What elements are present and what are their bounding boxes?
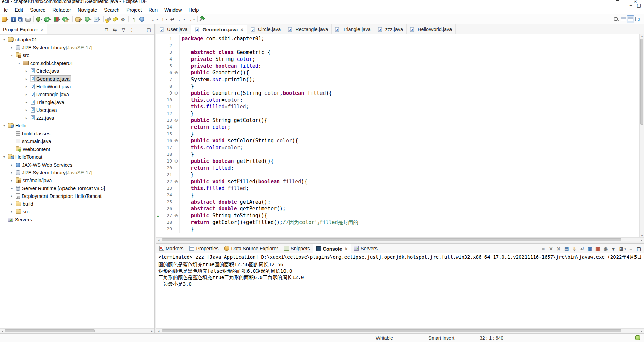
remove-launch-button[interactable]: ✕ (547, 245, 555, 253)
expand-arrow-icon[interactable]: ▸ (9, 46, 15, 49)
menu-file[interactable]: le (1, 6, 11, 14)
maximize-editor-button[interactable]: ▢ (635, 1, 643, 10)
menu-search[interactable]: Search (100, 6, 123, 14)
code-line[interactable]: 6⊖ public Geometric(){ (156, 69, 639, 76)
tree-item-geometric-java[interactable]: ▸Geometric.java (0, 75, 154, 83)
expand-arrow-icon[interactable]: ▸ (9, 202, 15, 206)
expand-arrow-icon[interactable]: ▸ (24, 100, 30, 104)
code-line[interactable]: 23 this.filled=filled; (156, 185, 639, 192)
panel-tab-markers[interactable]: Markers (156, 244, 186, 253)
minimize-window-button[interactable]: — (591, 0, 609, 5)
expand-arrow-icon[interactable]: ▸ (24, 108, 30, 112)
fold-collapse-icon[interactable]: ⊖ (173, 137, 180, 144)
dropdown-arrow-icon[interactable]: ▾ (193, 18, 195, 21)
collapse-arrow-icon[interactable]: ▾ (1, 124, 7, 127)
dropdown-arrow-icon[interactable]: ▾ (90, 18, 92, 21)
scroll-left-icon[interactable]: ◂ (0, 329, 5, 333)
view-menu-button[interactable]: ⋮ (128, 25, 136, 34)
maximize-panel-button[interactable]: ▢ (635, 245, 643, 253)
maximize-view-button[interactable]: ▢ (145, 25, 153, 34)
menu-edit[interactable]: Edit (11, 6, 26, 14)
open-web-browser-button[interactable] (138, 15, 145, 23)
code-line[interactable]: 22⊖ public void setFilled(boolean filled… (156, 178, 639, 185)
project-explorer-tab[interactable]: Project Explorer × (0, 24, 47, 34)
code-line[interactable]: 5 private boolean filled; (156, 63, 639, 69)
menu-source[interactable]: Source (26, 6, 49, 14)
link-with-editor-button[interactable]: ⇆ (111, 25, 119, 34)
expand-arrow-icon[interactable]: ▸ (24, 92, 30, 96)
status-notification-icon[interactable] (635, 335, 640, 340)
maximize-window-button[interactable] (609, 0, 626, 5)
code-editor[interactable]: 1package com.sdbi.chapter01;23 abstract … (156, 34, 644, 237)
tree-item-deployment-descriptor-hellotomcat[interactable]: ▸Deployment Descriptor: HelloTomcat (0, 192, 154, 200)
editor-tab-user-java[interactable]: User.java (156, 24, 191, 34)
dropdown-arrow-icon[interactable]: ▾ (166, 18, 168, 21)
code-line[interactable]: 13⊖ public String getColor(){ (156, 117, 639, 124)
pin-editor-button[interactable] (199, 15, 203, 23)
save-all-button[interactable] (17, 15, 24, 23)
code-line[interactable]: 8 } (156, 83, 639, 90)
fold-collapse-icon[interactable]: ⊖ (173, 158, 180, 165)
code-line[interactable]: 16⊖ public void setColor(String color){ (156, 137, 639, 144)
dropdown-arrow-icon[interactable]: ▾ (99, 18, 101, 21)
print-button[interactable] (24, 15, 32, 23)
forward-button[interactable]: →▾ (186, 15, 196, 23)
previous-annotation-button[interactable]: ↑▾ (159, 15, 169, 23)
code-line[interactable]: 29 } (156, 226, 639, 233)
code-line[interactable]: 21 } (156, 171, 639, 178)
code-line[interactable]: 28 return getColor()+getFilled();//因为col… (156, 219, 639, 226)
scrollbar-thumb[interactable] (162, 238, 621, 241)
last-edit-location-button[interactable]: ↩ (168, 15, 176, 23)
code-line[interactable]: 10 this.color=color; (156, 97, 639, 103)
expand-arrow-icon[interactable]: ▸ (9, 210, 15, 213)
scroll-left-icon[interactable]: ◂ (156, 238, 161, 242)
scroll-down-icon[interactable]: ▾ (640, 234, 644, 237)
menu-run[interactable]: Run (145, 6, 161, 14)
expand-arrow-icon[interactable]: ▸ (9, 194, 15, 198)
code-line[interactable]: 7 System.out.println(); (156, 76, 639, 83)
dropdown-arrow-icon[interactable]: ▾ (81, 18, 83, 21)
fold-collapse-icon[interactable]: ⊖ (173, 178, 180, 185)
code-line[interactable]: ▲27⊖ public String toString(){ (156, 212, 639, 219)
expand-arrow-icon[interactable]: ▸ (9, 163, 15, 167)
code-line[interactable]: 15 } (156, 131, 639, 137)
editor-tab-circle-java[interactable]: Circle.java (247, 24, 285, 34)
tree-item-helloworld-java[interactable]: ▸HelloWorld.java (0, 83, 154, 90)
code-line[interactable]: 20 return filled; (156, 165, 639, 171)
tree-item-webcontent[interactable]: WebContent (0, 145, 154, 153)
run-button[interactable]: ▾ (43, 15, 53, 23)
dropdown-arrow-icon[interactable]: ▾ (41, 18, 42, 21)
show-stdout-button[interactable]: ▣ (586, 245, 594, 253)
dropdown-arrow-icon[interactable]: ▾ (59, 18, 61, 21)
fold-collapse-icon[interactable]: ⊖ (173, 117, 180, 124)
tree-item-server-runtime-apache-tomcat-v8-5[interactable]: ▸Server Runtime [Apache Tomcat v8.5] (0, 184, 154, 192)
menu-project[interactable]: Project (123, 6, 145, 14)
code-line[interactable]: 19⊖ public boolean getFilled(){ (156, 158, 639, 165)
java-perspective-button[interactable] (634, 15, 641, 23)
menu-help[interactable]: Help (185, 6, 202, 14)
pin-console-button[interactable]: ◉ (602, 245, 609, 253)
scroll-right-icon[interactable]: ▸ (639, 238, 644, 242)
tree-item-circle-java[interactable]: ▸Circle.java (0, 67, 154, 75)
collapse-all-button[interactable]: ⊟ (102, 25, 111, 34)
tree-item-src-main-java[interactable]: ▸src/main/java (0, 176, 154, 184)
tree-item-jre-system-library[interactable]: ▸JRE System Library [JavaSE-17] (0, 44, 154, 51)
panel-tab-snippets[interactable]: Snippets (281, 244, 313, 253)
minimize-editor-button[interactable]: – (627, 1, 635, 10)
editor-tab-geometric-java[interactable]: Geometric.java× (191, 25, 247, 34)
back-button[interactable]: ←▾ (176, 15, 186, 23)
code-line[interactable]: 18 } (156, 151, 639, 158)
expand-arrow-icon[interactable]: ▸ (9, 186, 15, 190)
editor-tab-helloworld-java[interactable]: HelloWorld.java (407, 24, 456, 34)
tree-item-servers[interactable]: Servers (0, 216, 154, 223)
collapse-arrow-icon[interactable]: ▾ (1, 155, 7, 159)
dropdown-arrow-icon[interactable]: ▾ (624, 247, 626, 251)
tree-item-zzz-java[interactable]: ▸zzz.java (0, 114, 154, 122)
show-stderr-button[interactable]: ▣ (594, 245, 602, 253)
display-console-button[interactable]: ▾ (609, 245, 617, 253)
expand-arrow-icon[interactable]: ▸ (24, 85, 30, 88)
tree-item-hellotomcat[interactable]: ▾HelloTomcat (0, 153, 154, 161)
tree-item-build-classes[interactable]: build.classes (0, 130, 154, 137)
expand-arrow-icon[interactable]: ▸ (24, 69, 30, 73)
remove-all-launches-button[interactable]: ✕ (555, 245, 563, 253)
